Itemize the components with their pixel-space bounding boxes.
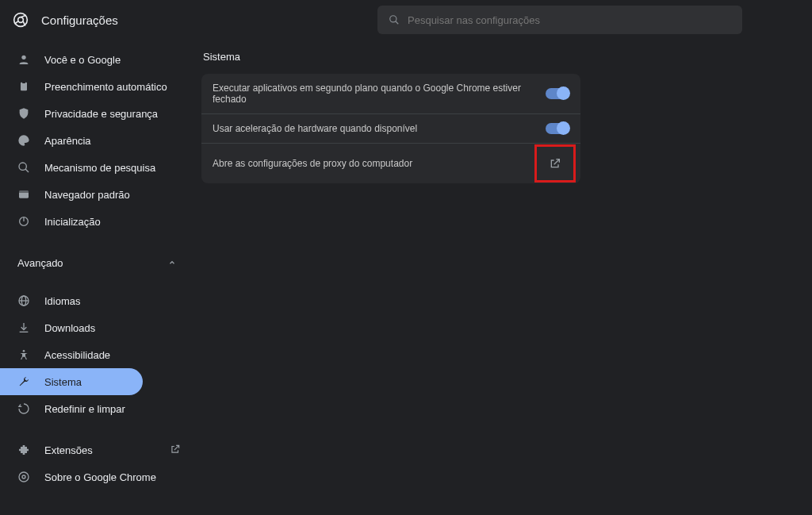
svg-line-8 <box>25 169 29 172</box>
svg-line-3 <box>396 21 399 25</box>
sidebar-item-label: Mecanismo de pesquisa <box>44 162 155 174</box>
sidebar-item-autofill[interactable]: Preenchimento automático <box>0 73 190 100</box>
sidebar-item-default-browser[interactable]: Navegador padrão <box>0 181 190 208</box>
system-settings-card: Executar aplicativos em segundo plano qu… <box>201 74 580 183</box>
sidebar-item-label: Privacidade e segurança <box>44 108 158 120</box>
extension-icon <box>17 444 30 456</box>
sidebar-item-label: Navegador padrão <box>44 189 130 201</box>
highlight-annotation <box>534 144 576 183</box>
sidebar-advanced-toggle[interactable]: Avançado <box>0 249 190 276</box>
svg-point-7 <box>19 163 26 170</box>
person-icon <box>17 53 30 66</box>
sidebar-item-system[interactable]: Sistema <box>0 368 143 395</box>
section-title: Sistema <box>203 51 801 63</box>
sidebar-item-label: Aparência <box>44 135 91 147</box>
sidebar-item-languages[interactable]: Idiomas <box>0 287 190 314</box>
toggle-knob <box>557 121 570 135</box>
page-title: Configurações <box>41 13 118 27</box>
setting-row-background-apps: Executar aplicativos em segundo plano qu… <box>201 74 580 114</box>
setting-label: Usar aceleração de hardware quando dispo… <box>213 123 546 134</box>
sidebar-item-label: Preenchimento automático <box>44 81 167 93</box>
sidebar-item-on-startup[interactable]: Inicialização <box>0 208 190 235</box>
toggle-background-apps[interactable] <box>546 88 569 99</box>
settings-sidebar: Você e o Google Preenchimento automático… <box>0 40 190 515</box>
sidebar-item-label: Acessibilidade <box>44 349 110 361</box>
sidebar-item-accessibility[interactable]: Acessibilidade <box>0 341 190 368</box>
search-input[interactable] <box>408 14 731 26</box>
wrench-icon <box>17 375 30 388</box>
sidebar-item-label: Downloads <box>44 322 95 334</box>
sidebar-item-label: Sistema <box>44 376 82 388</box>
svg-point-19 <box>19 472 29 482</box>
svg-rect-5 <box>21 83 27 91</box>
shield-icon <box>17 107 30 120</box>
sidebar-item-extensions[interactable]: Extensões <box>0 436 190 463</box>
search-icon <box>389 14 400 25</box>
svg-rect-6 <box>22 81 25 83</box>
toggle-knob <box>557 86 570 100</box>
svg-rect-10 <box>19 190 29 193</box>
chrome-icon <box>17 471 30 483</box>
sidebar-item-downloads[interactable]: Downloads <box>0 314 190 341</box>
sidebar-item-label: Extensões <box>44 444 93 456</box>
sidebar-item-label: Você e o Google <box>44 54 121 66</box>
accessibility-icon <box>17 348 30 361</box>
restore-icon <box>17 402 30 415</box>
sidebar-item-you-and-google[interactable]: Você e o Google <box>0 46 190 73</box>
magnifier-icon <box>17 161 30 174</box>
sidebar-item-about[interactable]: Sobre o Google Chrome <box>0 463 190 490</box>
setting-row-proxy[interactable]: Abre as configurações de proxy do comput… <box>201 144 580 183</box>
sidebar-item-search-engine[interactable]: Mecanismo de pesquisa <box>0 154 190 181</box>
globe-icon <box>17 294 30 307</box>
palette-icon <box>17 134 30 147</box>
open-in-new-icon[interactable] <box>549 157 561 170</box>
svg-point-20 <box>22 475 25 478</box>
download-icon <box>17 321 30 334</box>
sidebar-item-label: Inicialização <box>44 216 101 228</box>
sidebar-item-reset[interactable]: Redefinir e limpar <box>0 395 190 422</box>
clipboard-icon <box>17 80 30 93</box>
svg-point-2 <box>390 16 396 22</box>
search-bar[interactable] <box>377 6 742 34</box>
svg-point-4 <box>21 56 25 60</box>
browser-icon <box>17 188 30 201</box>
sidebar-item-label: Idiomas <box>44 295 81 307</box>
settings-main: Sistema Executar aplicativos em segundo … <box>190 40 812 515</box>
sidebar-item-label: Redefinir e limpar <box>44 403 125 415</box>
sidebar-item-appearance[interactable]: Aparência <box>0 127 190 154</box>
sidebar-item-label: Sobre o Google Chrome <box>44 471 156 483</box>
chrome-logo-icon <box>13 12 29 28</box>
power-icon <box>17 215 30 228</box>
svg-point-18 <box>23 350 25 352</box>
setting-label: Abre as configurações de proxy do comput… <box>213 158 534 169</box>
sidebar-item-privacy[interactable]: Privacidade e segurança <box>0 100 190 127</box>
setting-row-hardware-accel: Usar aceleração de hardware quando dispo… <box>201 114 580 144</box>
sidebar-section-label: Avançado <box>17 257 63 269</box>
toggle-hardware-accel[interactable] <box>546 123 569 134</box>
open-in-new-icon <box>170 444 181 457</box>
chevron-up-icon <box>168 259 176 267</box>
setting-label: Executar aplicativos em segundo plano qu… <box>213 83 546 105</box>
